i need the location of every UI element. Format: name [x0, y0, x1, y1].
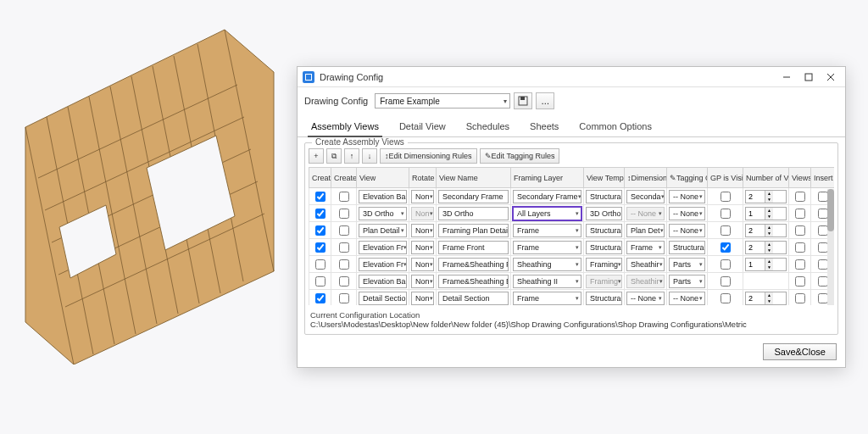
cell-combo[interactable]: -- None▾ — [626, 292, 665, 305]
row-checkbox[interactable] — [795, 192, 805, 202]
col-views-are[interactable]: Views are... — [789, 168, 811, 188]
row-checkbox[interactable] — [339, 225, 349, 236]
layer-count-spinner[interactable]: ▲▼ — [745, 241, 787, 254]
row-checkbox[interactable] — [818, 293, 828, 303]
col-gp-visible[interactable]: GP is Visible — [708, 168, 743, 188]
cell-combo[interactable]: All Layers▾ — [513, 207, 581, 220]
maximize-button[interactable] — [798, 69, 820, 86]
cell-combo[interactable]: Sheathing▾ — [513, 258, 581, 271]
row-checkbox[interactable] — [818, 276, 828, 287]
row-checkbox[interactable] — [339, 259, 349, 270]
cell-combo[interactable]: Frame▾ — [513, 241, 581, 254]
save-config-button[interactable] — [514, 92, 532, 109]
col-view-template[interactable]: View Template — [584, 168, 625, 188]
cell-combo[interactable]: Detail Sectio▾ — [359, 292, 407, 305]
row-checkbox[interactable] — [315, 209, 326, 219]
cell-combo[interactable]: Elevation Ba▾ — [359, 275, 407, 288]
layer-count-spinner[interactable]: ▲▼ — [745, 207, 787, 220]
cell-combo[interactable]: Non▾ — [411, 292, 434, 305]
cell-combo[interactable]: Structura▾ — [669, 241, 705, 254]
col-insert-grids[interactable]: Insert Grids — [811, 168, 835, 188]
col-create-view[interactable]: Creat e Vi... — [309, 168, 331, 188]
layer-count-spinner[interactable]: ▲▼ — [745, 258, 787, 271]
move-down-button[interactable]: ↓ — [362, 148, 377, 164]
cell-combo[interactable]: 3D Ortho▾ — [586, 207, 622, 220]
cell-combo[interactable]: Non▾ — [411, 241, 434, 254]
minimize-button[interactable] — [776, 69, 798, 86]
row-checkbox[interactable] — [315, 192, 326, 202]
row-checkbox[interactable] — [818, 259, 828, 270]
row-checkbox[interactable] — [721, 209, 731, 219]
row-checkbox[interactable] — [339, 192, 349, 202]
close-button[interactable] — [820, 69, 842, 86]
cell-combo[interactable]: Non▾ — [411, 258, 434, 271]
col-dimension[interactable]: ↕Dimension — [625, 168, 667, 188]
cell-combo[interactable]: Plan Detail▾ — [359, 224, 407, 237]
row-checkbox[interactable] — [795, 209, 805, 219]
tab-common-options[interactable]: Common Options — [576, 116, 655, 136]
cell-combo[interactable]: Framing▾ — [586, 258, 622, 271]
row-checkbox[interactable] — [795, 293, 805, 303]
col-rotate[interactable]: Rotate — [409, 168, 437, 188]
cell-combo[interactable]: Frame▾ — [513, 224, 581, 237]
row-checkbox[interactable] — [795, 259, 805, 270]
row-checkbox[interactable] — [721, 242, 731, 253]
cell-combo[interactable]: Structura▾ — [586, 224, 622, 237]
row-checkbox[interactable] — [818, 192, 828, 202]
edit-tagging-rules-button[interactable]: ✎Edit Tagging Rules — [480, 148, 560, 164]
view-name-field[interactable]: Framing Plan Detail — [438, 224, 509, 237]
tab-assembly-views[interactable]: Assembly Views — [308, 116, 382, 136]
add-row-button[interactable]: + — [309, 148, 324, 164]
row-checkbox[interactable] — [721, 259, 731, 270]
row-checkbox[interactable] — [818, 209, 828, 219]
row-checkbox[interactable] — [795, 225, 805, 236]
cell-combo[interactable]: Structura▾ — [586, 190, 622, 203]
row-checkbox[interactable] — [721, 293, 731, 303]
duplicate-row-button[interactable]: ⧉ — [326, 148, 342, 164]
view-name-field[interactable]: Frame&Sheathing F — [438, 258, 509, 271]
layer-count-spinner[interactable]: ▲▼ — [745, 190, 787, 203]
cell-combo[interactable]: -- None▾ — [669, 292, 705, 305]
cell-combo[interactable]: Non▾ — [411, 275, 434, 288]
view-name-field[interactable]: Detail Section — [438, 292, 509, 305]
row-checkbox[interactable] — [721, 225, 731, 236]
row-checkbox[interactable] — [339, 276, 349, 287]
cell-combo[interactable]: Non▾ — [411, 190, 434, 203]
col-view[interactable]: View — [357, 168, 409, 188]
view-name-field[interactable]: Frame Front — [438, 241, 509, 254]
col-view-name[interactable]: View Name — [437, 168, 511, 188]
row-checkbox[interactable] — [818, 225, 828, 236]
move-up-button[interactable]: ↑ — [344, 148, 359, 164]
cell-combo[interactable]: -- None▾ — [669, 190, 705, 203]
cell-combo[interactable]: Structura▾ — [586, 292, 622, 305]
row-checkbox[interactable] — [721, 276, 731, 287]
col-tagging[interactable]: ✎Tagging C — [667, 168, 708, 188]
cell-combo[interactable]: Plan Det▾ — [626, 224, 665, 237]
cell-combo[interactable]: Non▾ — [411, 224, 434, 237]
tab-schedules[interactable]: Schedules — [463, 116, 513, 136]
cell-combo[interactable]: Parts▾ — [669, 275, 705, 288]
vertical-scrollbar[interactable] — [827, 189, 834, 305]
col-num-visible[interactable]: Number of Visible Layers — [743, 168, 789, 188]
more-config-button[interactable]: … — [536, 92, 554, 109]
tab-sheets[interactable]: Sheets — [526, 116, 562, 136]
cell-combo[interactable]: Elevation Fr▾ — [359, 241, 407, 254]
col-create-detail[interactable]: Create Detai... — [331, 168, 357, 188]
row-checkbox[interactable] — [818, 242, 828, 253]
tab-detail-view[interactable]: Detail View — [396, 116, 449, 136]
row-checkbox[interactable] — [339, 209, 349, 219]
cell-combo[interactable]: Structura▾ — [586, 241, 622, 254]
cell-combo[interactable]: Sheathir▾ — [626, 258, 665, 271]
view-name-field[interactable]: Secondary Frame — [438, 190, 509, 203]
cell-combo[interactable]: Parts▾ — [669, 258, 705, 271]
view-name-field[interactable]: Frame&Sheathing B — [438, 275, 509, 288]
edit-dimensioning-rules-button[interactable]: ↕Edit Dimensioning Rules — [380, 148, 477, 164]
cell-combo[interactable]: 3D Ortho▾ — [359, 207, 407, 220]
cell-combo[interactable]: Frame▾ — [513, 292, 581, 305]
col-framing-layer[interactable]: Framing Layer — [511, 168, 584, 188]
row-checkbox[interactable] — [315, 259, 326, 270]
config-select[interactable]: Frame Example ▾ — [375, 93, 510, 108]
row-checkbox[interactable] — [315, 225, 326, 236]
cell-combo[interactable]: -- None▾ — [669, 207, 705, 220]
row-checkbox[interactable] — [339, 242, 349, 253]
